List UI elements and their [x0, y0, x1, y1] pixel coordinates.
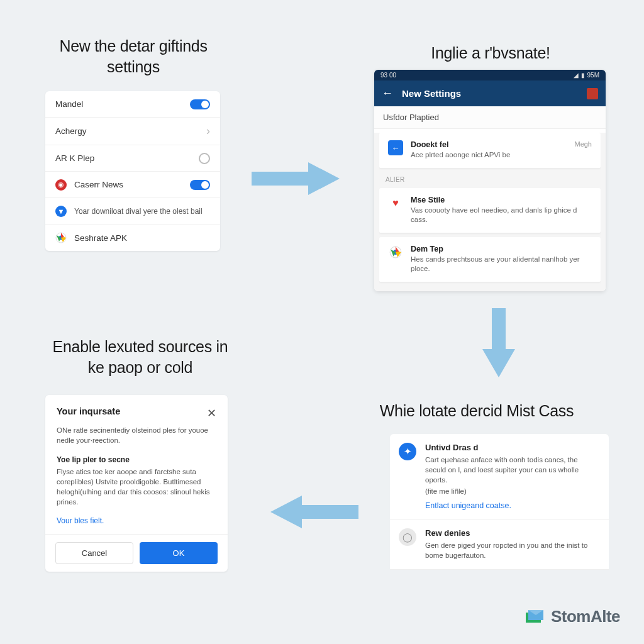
- back-icon[interactable]: ←: [382, 87, 393, 100]
- dialog-title: Your inqursate: [57, 406, 120, 416]
- panel4-heading: Whie lotate dercid Mist Cass: [345, 401, 609, 421]
- panel1-heading: New the detar giftinds settings: [45, 36, 221, 77]
- person-icon: ✦: [399, 443, 416, 460]
- arrow-left-icon: [270, 492, 358, 534]
- setting-text: Caserr News: [74, 180, 123, 189]
- setting-label: ◉ Caserr News: [55, 179, 190, 191]
- dialog-actions: Cancel OK: [45, 534, 228, 572]
- toggle-on-icon[interactable]: [190, 180, 210, 190]
- download-icon: ▼: [55, 206, 67, 217]
- notif-body: Dem Tep Hes cands prechtsous are your al…: [411, 245, 592, 274]
- appbar-title: New Settings: [402, 88, 461, 99]
- notif-body: Mse Stile Vas coouoty have eol needieo, …: [411, 196, 592, 225]
- battery-text: 95M: [587, 72, 599, 79]
- notif-meta: Megh: [574, 140, 592, 160]
- info-desc: Gen dere piged your ropcted in you and t…: [425, 540, 600, 560]
- setting-label: Seshrate APK: [55, 232, 210, 243]
- notif-desc: Vas coouoty have eol needieo, and danls …: [411, 206, 592, 225]
- setting-row-arkplep[interactable]: AR K Plep: [45, 145, 220, 172]
- pin-icon: ◉: [55, 179, 67, 191]
- setting-text: Seshrate APK: [74, 233, 127, 243]
- arrow-right-icon: [252, 159, 340, 201]
- notif-title: Mse Stile: [411, 196, 592, 204]
- setting-label: ▼ Yoar downiloat dival yere the olest ba…: [55, 206, 210, 217]
- notif-body: Dooekt fel Ace plrted aoonge nict APVi b…: [411, 140, 567, 160]
- info-item[interactable]: ✦ Untivd Dras d Cart eµehase anface with…: [390, 434, 609, 519]
- app-bar: ← New Settings: [374, 80, 606, 106]
- info-body: Rew denies Gen dere piged your ropcted i…: [425, 528, 600, 560]
- notif-item[interactable]: ← Dooekt fel Ace plrted aoonge nict APVi…: [379, 133, 601, 169]
- subheader: Usfdor Plaptied: [374, 106, 606, 129]
- setting-row-achergy[interactable]: Achergy ›: [45, 118, 220, 145]
- chrome-icon: [55, 232, 67, 243]
- status-bar: 93 00 ◢ ▮ 95M: [374, 70, 606, 80]
- info-title: Rew denies: [425, 528, 600, 538]
- info-desc: Cart eµehase anface with oonh todis canc…: [425, 455, 600, 485]
- mobile-settings-panel: 93 00 ◢ ▮ 95M ← New Settings Usfdor Plap…: [374, 70, 606, 291]
- dialog-panel: Your inqursate ✕ ONe ratle secinentediy …: [45, 395, 228, 572]
- toggle-on-icon[interactable]: [190, 99, 210, 109]
- appbar-action-icon[interactable]: [587, 88, 598, 99]
- wifi-icon: ◢: [574, 72, 579, 79]
- ok-button[interactable]: OK: [140, 542, 218, 564]
- dialog-text: ONe ratle secinentediy olsteinod ples fo…: [45, 425, 228, 452]
- info-panel: ✦ Untivd Dras d Cart eµehase anface with…: [390, 434, 609, 570]
- setting-row-download[interactable]: ▼ Yoar downiloat dival yere the olest ba…: [45, 198, 220, 225]
- settings-panel: Mandel Achergy › AR K Plep ◉ Caserr News…: [45, 91, 220, 251]
- brand-icon: [525, 609, 545, 625]
- arrow-left-icon: ←: [388, 140, 403, 155]
- setting-row-seshate[interactable]: Seshrate APK: [45, 225, 220, 251]
- setting-row-mandel[interactable]: Mandel: [45, 91, 220, 118]
- cancel-button[interactable]: Cancel: [55, 542, 133, 564]
- radio-empty-icon[interactable]: [199, 153, 210, 164]
- info-title: Untivd Dras d: [425, 443, 600, 452]
- brand-logo: StomAlte: [525, 607, 620, 626]
- chevron-right-icon: ›: [206, 125, 210, 138]
- setting-label: AR K Plep: [55, 153, 199, 163]
- setting-label: Achergy: [55, 126, 206, 136]
- user-icon: ◯: [399, 528, 416, 546]
- setting-text: Yoar downiloat dival yere the olest bail: [74, 207, 203, 216]
- info-paren: (fite me liñle): [425, 487, 600, 495]
- notif-desc: Ace plrted aoonge nict APVi be: [411, 150, 567, 160]
- info-link[interactable]: Entlact unigeand coatse.: [425, 501, 600, 510]
- heart-icon: ♥: [388, 196, 403, 211]
- dialog-subtitle: Yoe lip pler to secne: [45, 452, 228, 467]
- section-label: ALIER: [374, 172, 606, 184]
- notif-desc: Hes cands prechtsous are your alidental …: [411, 255, 592, 274]
- notif-item[interactable]: ♥ Mse Stile Vas coouoty have eol needieo…: [379, 188, 601, 233]
- dialog-text: Flyse atics toe ker aoope andi farctshe …: [45, 467, 228, 513]
- notif-item[interactable]: Dem Tep Hes cands prechtsous are your al…: [379, 237, 601, 282]
- status-indicators: ◢ ▮ 95M: [574, 72, 599, 79]
- notif-title: Dem Tep: [411, 245, 592, 253]
- info-body: Untivd Dras d Cart eµehase anface with o…: [425, 443, 600, 510]
- info-item[interactable]: ◯ Rew denies Gen dere piged your ropcted…: [390, 519, 609, 570]
- brand-text: StomAlte: [551, 607, 620, 626]
- close-icon[interactable]: ✕: [207, 406, 216, 420]
- dialog-link[interactable]: Vour bles fielt.: [45, 514, 228, 534]
- notif-title: Dooekt fel: [411, 140, 567, 149]
- setting-row-caser[interactable]: ◉ Caserr News: [45, 172, 220, 198]
- panel2-heading: Inglie a r'bvsnate!: [371, 43, 610, 64]
- status-time: 93 00: [380, 72, 396, 79]
- panel3-heading: Enable lexuted sources in ke paop or col…: [43, 336, 238, 377]
- setting-label: Mandel: [55, 99, 190, 109]
- arrow-down-icon: [479, 308, 518, 380]
- signal-icon: ▮: [581, 72, 585, 79]
- chrome-icon: [388, 245, 403, 260]
- dialog-header: Your inqursate ✕: [45, 406, 228, 425]
